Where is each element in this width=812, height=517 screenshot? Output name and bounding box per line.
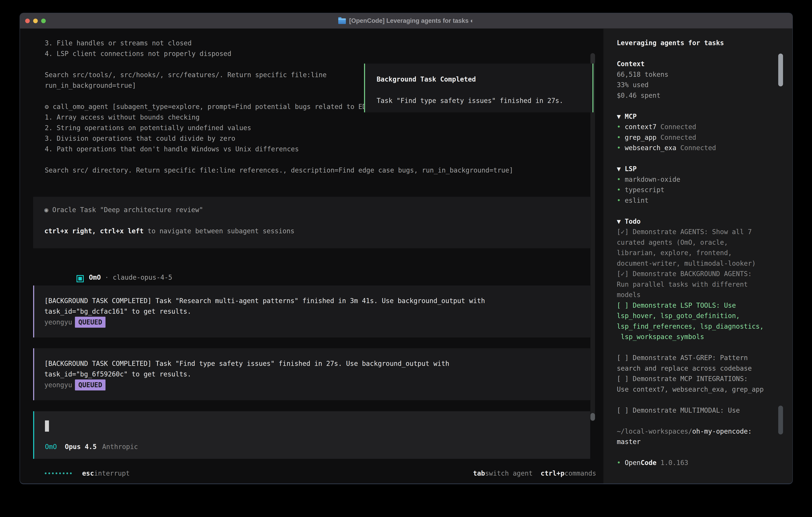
background-task-message: [BACKGROUND TASK COMPLETED] Task "Resear… <box>33 285 590 337</box>
text-cursor <box>45 420 49 432</box>
esc-key-hint: esc <box>82 468 94 479</box>
input-agent-name: OmO <box>45 441 57 452</box>
input-provider-name: Anthropic <box>102 441 138 452</box>
sidebar-line: $0.46 spent <box>617 90 792 101</box>
transcript-line <box>45 186 604 197</box>
window-title: [OpenCode] Leveraging agents for tasks ◐ <box>349 17 474 24</box>
sidebar-line <box>617 342 792 353</box>
sidebar-line <box>617 206 792 216</box>
sidebar-line: 33% used <box>617 80 792 90</box>
sidebar-line <box>617 416 792 426</box>
sidebar-line <box>617 48 792 59</box>
sidebar-line: lsp_workspace_symbols <box>617 332 792 342</box>
sidebar-line[interactable]: ▼ Todo <box>617 216 792 227</box>
oracle-box-line: ctrl+x right, ctrl+x left to navigate be… <box>45 226 590 236</box>
activity-dot <box>59 472 61 474</box>
transcript-line <box>45 175 604 186</box>
transcript-lines: 3. File handles or streams not closed4. … <box>45 38 604 197</box>
activity-dot <box>52 472 54 474</box>
sidebar-line: search and replace across codebase <box>617 363 792 374</box>
sidebar-line <box>617 153 792 164</box>
main-scrollbar-thumb[interactable] <box>590 413 595 420</box>
transcript-line: 2. String operations on potentially unde… <box>45 123 604 133</box>
main-scrollbar-segment-top[interactable] <box>590 53 595 64</box>
message-author: yeongyu <box>45 381 72 389</box>
message-list: [BACKGROUND TASK COMPLETED] Task "Resear… <box>45 285 604 400</box>
window-title-area: [OpenCode] Leveraging agents for tasks ◐ <box>20 13 792 28</box>
sidebar-line <box>617 394 792 405</box>
sidebar-line: • grep_app Connected <box>617 132 792 143</box>
input-model-name: Opus 4.5 <box>65 441 97 452</box>
transcript-line: 4. LSP client connections not properly d… <box>45 48 604 59</box>
activity-dot <box>70 472 72 474</box>
sidebar-line: • markdown-oxide <box>617 174 792 185</box>
sidebar-line: [ ] Demonstrate LSP TOOLS: Use <box>617 300 792 311</box>
sidebar-line: librarian, explore, frontend, <box>617 248 792 258</box>
background-task-toast: Background Task Completed Task "Find typ… <box>364 63 593 112</box>
sidebar-line: [ ] Demonstrate AST-GREP: Pattern <box>617 353 792 363</box>
activity-dot <box>66 472 68 474</box>
sidebar-line <box>617 101 792 111</box>
sidebar-line: Leveraging agents for tasks <box>617 38 792 48</box>
commands-key-hint: ctrl+p <box>541 468 564 479</box>
background-task-message: [BACKGROUND TASK COMPLETED] Task "Find t… <box>33 348 590 400</box>
message-author: yeongyu <box>45 318 72 326</box>
activity-dots <box>45 472 72 474</box>
activity-dot <box>56 472 57 474</box>
sidebar-line: master <box>617 437 792 447</box>
activity-dot <box>48 472 50 474</box>
sidebar-line: ~/local-workspaces/oh-my-opencode: <box>617 426 792 437</box>
status-badge: QUEUED <box>75 379 106 390</box>
sidebar-line[interactable]: ▼ MCP <box>617 111 792 122</box>
sidebar-scrollbar-segment[interactable] <box>778 406 783 434</box>
sidebar-line: • context7 Connected <box>617 122 792 132</box>
transcript-line: 3. Division operations that could divide… <box>45 133 604 144</box>
sidebar-line: lsp_find_references, lsp_diagnostics, <box>617 321 792 332</box>
sidebar-line: [ ] Demonstrate MULTIMODAL: Use <box>617 405 792 416</box>
transcript-line: Search src/ directory. Return specific f… <box>45 165 604 175</box>
transcript-line <box>45 154 604 165</box>
title-bar[interactable]: [OpenCode] Leveraging agents for tasks ◐ <box>20 13 792 29</box>
sidebar-line: Run parallel tasks with different <box>617 279 792 290</box>
status-bar: esc interrupt tab switch agent ctrl+p co… <box>45 468 596 479</box>
input-status-row: OmO Opus 4.5 Anthropic <box>45 441 138 452</box>
sidebar-line: [✓] Demonstrate AGENTS: Show all 7 <box>617 227 792 237</box>
sidebar-line: curated agents (OmO, oracle, <box>617 237 792 248</box>
sidebar-line: lsp_hover, lsp_goto_definition, <box>617 311 792 321</box>
sidebar-scrollbar-thumb[interactable] <box>778 54 783 86</box>
oracle-task-box: ◉ Oracle Task "Deep architecture review"… <box>33 197 590 248</box>
prompt-input[interactable]: OmO Opus 4.5 Anthropic <box>33 411 590 459</box>
sidebar-line <box>617 447 792 458</box>
agent-name: OmO <box>89 273 101 281</box>
agent-model: claude-opus-4-5 <box>113 273 172 281</box>
sidebar-line: models <box>617 290 792 300</box>
activity-dot <box>63 472 64 474</box>
omo-agent-icon <box>77 275 84 282</box>
session-sidebar: Leveraging agents for tasks Context66,51… <box>603 29 792 483</box>
status-badge: QUEUED <box>75 317 106 328</box>
message-text-line: task_id="bg_dcfac161" to get results. <box>45 306 590 317</box>
message-meta-row: yeongyuQUEUED <box>45 317 590 327</box>
message-meta-row: yeongyuQUEUED <box>45 379 590 390</box>
message-text-line: task_id="bg_6f59260c" to get results. <box>45 369 590 379</box>
transcript-line: 4. Path operations that don't handle Win… <box>45 144 604 154</box>
sidebar-line: • eslint <box>617 195 792 206</box>
transcript-line: 1. Array access without bounds checking <box>45 112 604 123</box>
sidebar-line: • websearch_exa Connected <box>617 143 792 153</box>
sidebar-line: document-writer, multimodal-looker) <box>617 258 792 269</box>
activity-dot <box>45 472 47 474</box>
sidebar-line: 66,518 tokens <box>617 70 792 80</box>
oracle-box-line <box>45 215 590 226</box>
oracle-box-line: ◉ Oracle Task "Deep architecture review" <box>45 205 590 215</box>
sidebar-line: Use context7, websearch_exa, grep_app <box>617 384 792 395</box>
sidebar-line: • typescript <box>617 185 792 195</box>
toast-body: Task "Find type safety issues" finished … <box>377 96 592 106</box>
sidebar-line[interactable]: ▼ LSP <box>617 164 792 174</box>
agent-header: OmO · claude-opus-4-5 <box>45 262 604 272</box>
transcript-line: 3. File handles or streams not closed <box>45 38 604 48</box>
sidebar-line: • OpenCode 1.0.163 <box>617 458 792 468</box>
folder-icon <box>338 19 346 24</box>
sidebar-line: [ ] Demonstrate MCP INTEGRATIONS: <box>617 374 792 384</box>
tab-key-hint: tab <box>473 468 485 479</box>
toast-title: Background Task Completed <box>377 74 592 85</box>
